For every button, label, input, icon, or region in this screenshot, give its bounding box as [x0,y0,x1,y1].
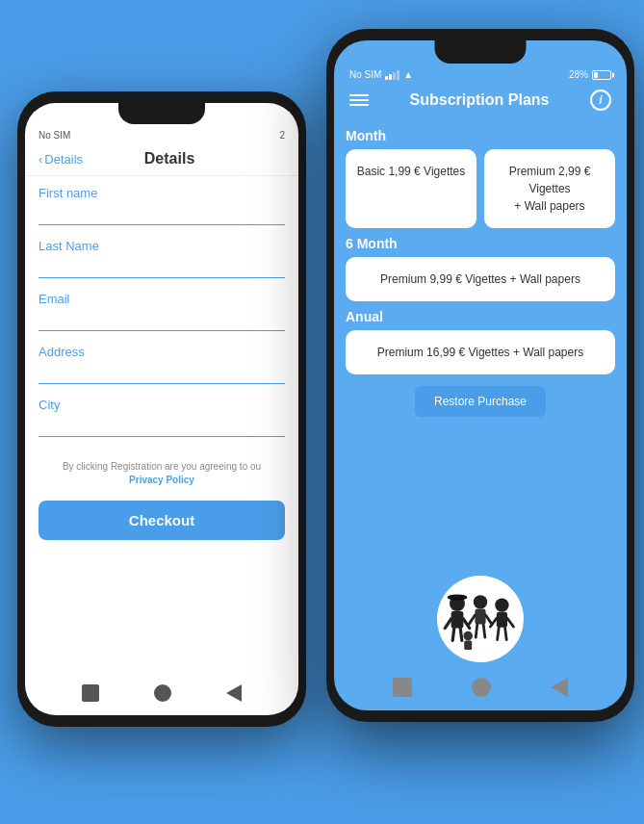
menu-line-3 [349,104,369,106]
phone1-notch [118,103,205,124]
characters-svg [442,580,519,657]
phone1-nav-bar: ‹ Details Details [25,144,298,176]
phone1-address-input[interactable] [39,361,285,384]
phone1-square-icon [82,684,99,702]
battery-fill [594,72,598,78]
phone1-privacy-text: By clicking Registration are you agreein… [63,461,261,472]
phone1-firstname-input[interactable] [39,202,285,225]
phone1-address-field: Address [39,345,285,384]
arm2l [469,615,475,625]
phone1-circle-icon [154,684,171,702]
phone2-status-left: No SIM ▲ [349,69,413,80]
phone1-form: First name Last Name Email Address City [25,176,298,451]
leg3l [498,628,500,640]
phone2-bottom-bar [334,672,627,703]
phone1-privacy-notice: By clicking Registration are you agreein… [25,451,298,491]
phone1-privacy-link[interactable]: Privacy Policy [39,474,285,487]
phone1-city-field: City [39,398,285,437]
menu-line-2 [349,99,369,101]
phone1-firstname-field: First name [39,186,285,225]
leg1r [460,629,462,641]
phone2-device: No SIM ▲ 28% [326,29,634,722]
phone1-back-button[interactable]: ‹ Details [39,152,83,167]
section-month-label: Month [346,128,615,143]
phone2-back-icon [551,678,568,697]
phone1-email-input[interactable] [39,308,285,331]
body1 [451,611,464,629]
head4 [463,631,473,641]
phone1-carrier: No SIM [39,130,70,141]
hat1 [448,594,468,600]
plan-card-anual[interactable]: Premium 16,99 € Vigettes + Wall papers [346,330,615,374]
phone2-screen: No SIM ▲ 28% [334,40,627,710]
phone2-circle-icon [472,678,491,697]
leg2r [483,625,485,638]
head3 [495,598,508,611]
phone1-back-icon [226,684,242,702]
arm1l [445,619,451,629]
leg2l [476,625,477,638]
phone1-battery: 2 [279,130,285,141]
phone1-bottom-bar [25,679,298,708]
phone1-screen: No SIM 2 ‹ Details Details First name La… [25,103,298,715]
phone1-lastname-input[interactable] [39,255,285,278]
phone2-square-icon [393,678,412,697]
phone1-nav-title: Details [83,150,256,167]
plan-card-basic[interactable]: Basic 1,99 € Vigettes [346,149,477,228]
body3 [497,612,507,628]
6month-plan-row: Premium 9,99 € Vigettes + Wall papers [346,257,615,301]
battery-icon [592,70,611,80]
bar2 [389,74,392,80]
phone1-device: No SIM 2 ‹ Details Details First name La… [17,91,306,727]
phone1-lastname-field: Last Name [39,239,285,278]
battery-tip [612,72,614,77]
wifi-icon: ▲ [403,69,413,80]
restore-purchase-container: Restore Purchase [346,386,615,417]
section-anual-label: Anual [346,309,615,324]
phone2-carrier: No SIM [349,69,381,80]
phone2-illustration [437,576,524,662]
section-6month-label: 6 Month [346,236,615,251]
plan-card-6month-text: Premium 9,99 € Vigettes + Wall papers [380,272,580,286]
plan-card-premium-month[interactable]: Premium 2,99 € Vigettes+ Wall papers [484,149,615,228]
phone2-battery-pct: 28% [569,69,588,80]
phone2-title: Subscription Plans [410,91,550,109]
info-icon[interactable]: i [590,90,611,111]
body4 [464,640,472,650]
leg3r [505,628,507,640]
body2 [475,609,485,625]
bar1 [385,76,388,80]
menu-line-1 [349,94,369,96]
phone1-checkout-button[interactable]: Checkout [39,501,285,540]
phone1-city-input[interactable] [39,414,285,437]
phone2-notch [435,40,527,64]
arm3r [507,618,513,627]
phone1-firstname-label: First name [39,186,285,200]
hamburger-menu-icon[interactable] [349,94,369,106]
arm2r [486,615,492,625]
phone2-status-right: 28% [569,69,611,80]
phone1-back-label: Details [44,152,83,167]
phone2-header: Subscription Plans i [334,86,627,120]
leg1l [452,629,454,641]
anual-plan-row: Premium 16,99 € Vigettes + Wall papers [346,330,615,374]
phone1-email-label: Email [39,292,285,306]
phone1-lastname-label: Last Name [39,239,285,253]
plan-card-anual-text: Premium 16,99 € Vigettes + Wall papers [377,346,583,359]
info-icon-label: i [599,93,602,107]
signal-bars-icon [385,70,399,80]
plan-card-premium-month-text: Premium 2,99 € Vigettes+ Wall papers [509,165,591,213]
head2 [474,595,487,608]
phone1-email-field: Email [39,292,285,331]
chevron-left-icon: ‹ [39,152,42,167]
restore-purchase-button[interactable]: Restore Purchase [415,386,546,417]
phone1-city-label: City [39,398,285,412]
plan-card-6month[interactable]: Premium 9,99 € Vigettes + Wall papers [346,257,615,301]
plan-card-basic-text: Basic 1,99 € Vigettes [357,165,466,178]
month-plan-row: Basic 1,99 € Vigettes Premium 2,99 € Vig… [346,149,615,228]
bar3 [393,72,396,80]
phone1-address-label: Address [39,345,285,359]
bar4 [397,70,399,80]
